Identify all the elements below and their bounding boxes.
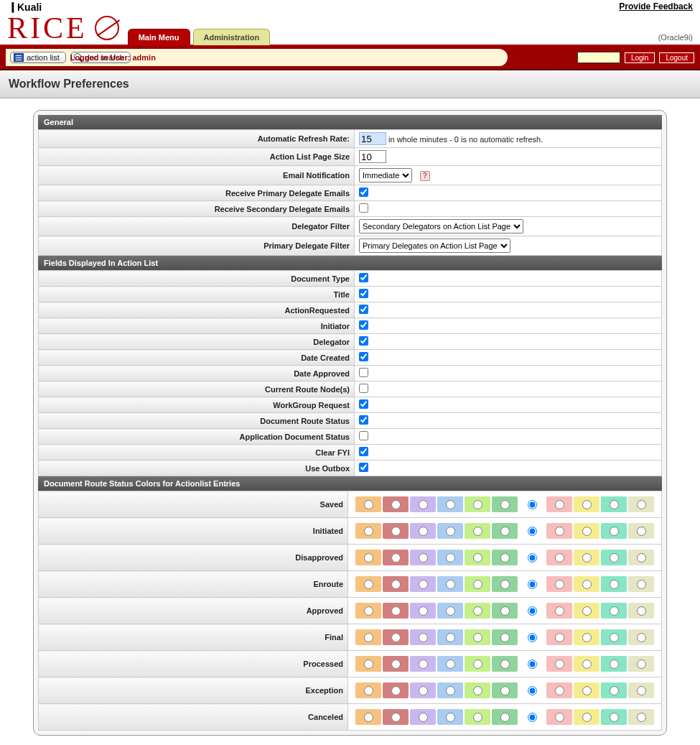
swatch-tan[interactable]: [628, 709, 654, 725]
radio-color-8-4[interactable]: [473, 713, 482, 722]
radio-color-2-2[interactable]: [419, 553, 428, 563]
radio-color-6-2[interactable]: [419, 660, 428, 669]
swatch-tan[interactable]: [628, 496, 654, 512]
radio-color-4-8[interactable]: [582, 606, 592, 616]
radio-color-2-3[interactable]: [446, 553, 455, 563]
swatch-green[interactable]: [492, 709, 518, 725]
radio-color-2-1[interactable]: [391, 553, 401, 563]
checkbox-field-7[interactable]: [359, 384, 368, 393]
checkbox-field-2[interactable]: [359, 305, 368, 314]
swatch-yellow[interactable]: [574, 709, 599, 725]
input-refresh-rate[interactable]: [359, 132, 386, 145]
radio-color-0-10[interactable]: [637, 500, 646, 509]
swatch-teal[interactable]: [601, 496, 627, 512]
swatch-pink[interactable]: [546, 709, 572, 725]
checkbox-field-5[interactable]: [359, 352, 368, 361]
swatch-purple[interactable]: [410, 576, 436, 592]
radio-color-8-0[interactable]: [364, 713, 373, 722]
swatch-pink[interactable]: [546, 550, 572, 565]
radio-color-4-9[interactable]: [610, 606, 619, 616]
swatch-pink[interactable]: [546, 603, 572, 619]
swatch-purple[interactable]: [410, 629, 436, 645]
swatch-white[interactable]: [519, 629, 545, 645]
radio-color-1-8[interactable]: [582, 527, 592, 536]
radio-color-0-3[interactable]: [446, 500, 455, 509]
radio-color-4-2[interactable]: [419, 606, 428, 616]
checkbox-field-3[interactable]: [359, 320, 368, 330]
radio-color-1-10[interactable]: [637, 527, 646, 536]
checkbox-field-12[interactable]: [359, 463, 368, 472]
radio-color-0-7[interactable]: [555, 500, 564, 509]
swatch-purple[interactable]: [410, 496, 436, 512]
radio-color-4-1[interactable]: [391, 606, 401, 616]
radio-color-6-1[interactable]: [391, 660, 401, 669]
checkbox-field-1[interactable]: [359, 289, 368, 298]
swatch-red[interactable]: [383, 603, 409, 619]
swatch-blue[interactable]: [437, 523, 463, 539]
swatch-lime[interactable]: [465, 656, 490, 672]
swatch-orange[interactable]: [355, 709, 381, 725]
radio-color-0-4[interactable]: [473, 500, 482, 509]
radio-color-2-7[interactable]: [555, 553, 564, 563]
swatch-tan[interactable]: [628, 603, 654, 619]
radio-color-7-4[interactable]: [473, 686, 482, 695]
radio-color-2-9[interactable]: [610, 553, 619, 563]
swatch-purple[interactable]: [410, 709, 436, 725]
swatch-red[interactable]: [383, 656, 409, 672]
input-page-size[interactable]: [359, 150, 386, 163]
swatch-purple[interactable]: [410, 656, 436, 672]
swatch-red[interactable]: [383, 709, 409, 725]
radio-color-3-8[interactable]: [582, 580, 592, 589]
login-username-field[interactable]: [577, 52, 620, 63]
swatch-tan[interactable]: [628, 576, 654, 592]
swatch-lime[interactable]: [465, 576, 490, 592]
swatch-orange[interactable]: [355, 682, 381, 698]
swatch-orange[interactable]: [355, 576, 381, 592]
radio-color-8-7[interactable]: [555, 713, 564, 722]
checkbox-field-8[interactable]: [359, 399, 368, 409]
radio-color-6-6[interactable]: [528, 660, 537, 669]
radio-color-1-9[interactable]: [610, 527, 619, 536]
radio-color-7-9[interactable]: [610, 686, 619, 695]
swatch-orange[interactable]: [355, 496, 381, 512]
radio-color-3-1[interactable]: [391, 580, 401, 589]
swatch-teal[interactable]: [601, 709, 627, 725]
radio-color-6-5[interactable]: [500, 660, 510, 669]
radio-color-6-8[interactable]: [582, 660, 592, 669]
radio-color-6-9[interactable]: [610, 660, 619, 669]
radio-color-1-2[interactable]: [419, 527, 428, 536]
radio-color-6-10[interactable]: [637, 660, 646, 669]
radio-color-0-0[interactable]: [364, 500, 373, 509]
swatch-red[interactable]: [383, 682, 409, 698]
swatch-lime[interactable]: [465, 629, 490, 645]
swatch-blue[interactable]: [437, 709, 463, 725]
radio-color-5-6[interactable]: [528, 633, 537, 642]
swatch-lime[interactable]: [465, 550, 490, 565]
swatch-teal[interactable]: [601, 656, 627, 672]
radio-color-7-6[interactable]: [528, 686, 537, 695]
radio-color-7-7[interactable]: [555, 686, 564, 695]
swatch-blue[interactable]: [437, 629, 463, 645]
radio-color-7-0[interactable]: [364, 686, 373, 695]
checkbox-field-9[interactable]: [359, 415, 368, 425]
swatch-white[interactable]: [519, 550, 545, 565]
swatch-tan[interactable]: [628, 550, 654, 565]
swatch-green[interactable]: [492, 682, 518, 698]
radio-color-8-8[interactable]: [582, 713, 592, 722]
swatch-teal[interactable]: [601, 576, 627, 592]
radio-color-5-2[interactable]: [419, 633, 428, 642]
swatch-orange[interactable]: [355, 656, 381, 672]
swatch-white[interactable]: [519, 496, 545, 512]
radio-color-1-7[interactable]: [555, 527, 564, 536]
radio-color-0-1[interactable]: [391, 500, 401, 509]
radio-color-5-5[interactable]: [500, 633, 510, 642]
radio-color-7-10[interactable]: [637, 686, 646, 695]
swatch-pink[interactable]: [546, 682, 572, 698]
swatch-tan[interactable]: [628, 682, 654, 698]
checkbox-primary-delegate-emails[interactable]: [359, 188, 368, 197]
select-primary-delegate-filter[interactable]: Primary Delegates on Action List Page: [359, 239, 510, 253]
swatch-purple[interactable]: [410, 523, 436, 539]
radio-color-0-6[interactable]: [528, 500, 537, 509]
radio-color-3-10[interactable]: [637, 580, 646, 589]
radio-color-5-8[interactable]: [582, 633, 592, 642]
